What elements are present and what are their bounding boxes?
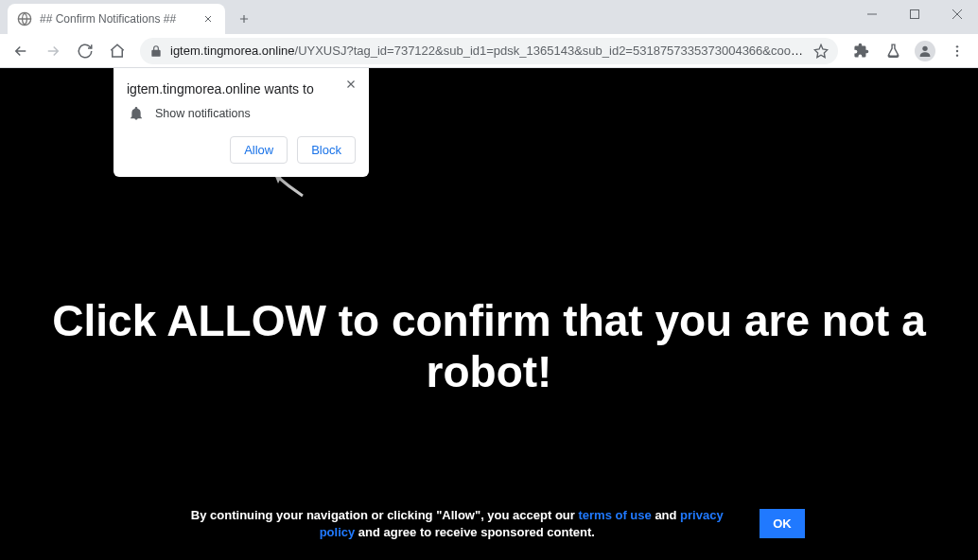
tab-close-icon[interactable]: [201, 11, 216, 26]
svg-rect-1: [910, 10, 918, 19]
permission-row: Show notifications: [127, 106, 356, 121]
popup-buttons: Allow Block: [127, 136, 356, 164]
popup-title: igtem.tingmorea.online wants to: [127, 81, 356, 96]
extensions-icon[interactable]: [846, 36, 876, 66]
footer-and: and: [652, 508, 680, 522]
browser-tab[interactable]: ## Confirm Notifications ##: [8, 4, 225, 34]
toolbar: igtem.tingmorea.online/UYXUSJ?tag_id=737…: [0, 34, 978, 68]
popup-wants-to: wants to: [261, 81, 314, 96]
url-text: igtem.tingmorea.online/UYXUSJ?tag_id=737…: [170, 44, 806, 58]
footer-text-1: By continuing your navigation or clickin…: [191, 508, 579, 522]
close-window-button[interactable]: [935, 0, 978, 28]
bookmark-star-icon[interactable]: [813, 44, 829, 59]
ok-button[interactable]: OK: [760, 509, 805, 538]
maximize-button[interactable]: [893, 0, 935, 28]
footer-text-2: and agree to receive sponsored content.: [355, 525, 595, 539]
footer-text: By continuing your navigation or clickin…: [173, 507, 741, 541]
forward-button[interactable]: [38, 36, 68, 66]
terms-link[interactable]: terms of use: [578, 508, 651, 522]
home-button[interactable]: [102, 36, 132, 66]
lock-icon: [149, 44, 163, 58]
svg-point-2: [922, 45, 927, 50]
reload-button[interactable]: [70, 36, 100, 66]
allow-button[interactable]: Allow: [230, 136, 288, 164]
kebab-menu-icon[interactable]: [942, 36, 972, 66]
window-controls: [850, 0, 978, 34]
url-host: igtem.tingmorea.online: [170, 44, 295, 58]
profile-button[interactable]: [910, 36, 940, 66]
block-button[interactable]: Block: [297, 136, 356, 164]
bell-icon: [129, 106, 144, 121]
svg-point-5: [956, 54, 958, 56]
permission-label: Show notifications: [155, 107, 251, 120]
titlebar: ## Confirm Notifications ##: [0, 0, 978, 34]
footer: By continuing your navigation or clickin…: [0, 507, 978, 541]
back-button[interactable]: [6, 36, 36, 66]
svg-point-4: [956, 49, 958, 51]
page-content: igtem.tingmorea.online wants to Show not…: [0, 68, 978, 560]
avatar-icon: [915, 41, 935, 61]
new-tab-button[interactable]: [231, 6, 257, 32]
tabs-area: ## Confirm Notifications ##: [8, 0, 257, 34]
globe-icon: [17, 11, 32, 26]
svg-point-3: [956, 45, 958, 47]
labs-icon[interactable]: [878, 36, 908, 66]
minimize-button[interactable]: [850, 0, 893, 28]
tab-title: ## Confirm Notifications ##: [40, 12, 201, 26]
main-heading: Click ALLOW to confirm that you are not …: [0, 295, 978, 397]
address-bar[interactable]: igtem.tingmorea.online/UYXUSJ?tag_id=737…: [140, 38, 838, 64]
url-path: /UYXUSJ?tag_id=737122&sub_id1=pdsk_13651…: [295, 44, 806, 58]
popup-origin: igtem.tingmorea.online: [127, 81, 261, 96]
popup-close-icon[interactable]: [342, 76, 359, 93]
notification-permission-popup: igtem.tingmorea.online wants to Show not…: [114, 68, 369, 177]
